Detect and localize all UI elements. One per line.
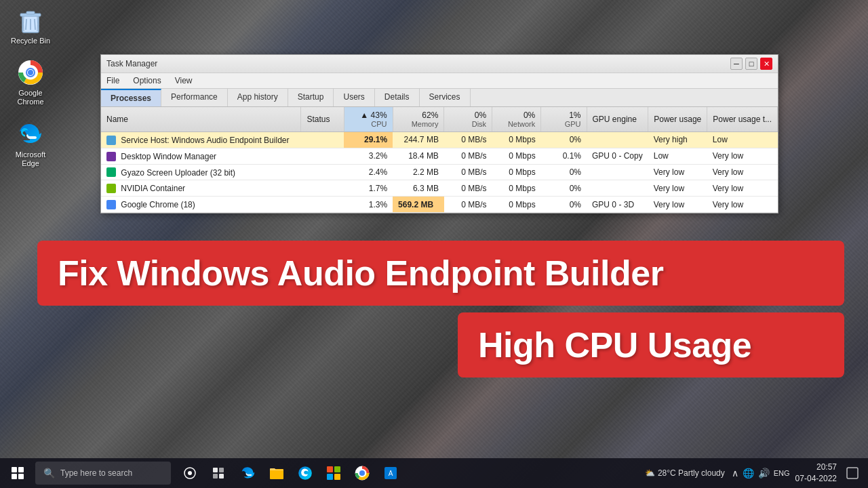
network-icon[interactable]: 🌐 <box>743 468 754 479</box>
col-header-status[interactable]: Status <box>301 107 344 132</box>
taskbar-app6-icon[interactable]: A <box>377 458 404 488</box>
svg-point-9 <box>28 70 33 75</box>
process-power-cell: Very low <box>648 197 707 213</box>
task-manager-content: Name Status ▲ 43% CPU 62% Memory <box>101 107 778 213</box>
taskbar-store-icon[interactable] <box>320 458 347 488</box>
maximize-button[interactable]: □ <box>745 58 757 70</box>
col-header-power-trend[interactable]: Power usage t... <box>707 107 778 132</box>
svg-rect-13 <box>18 474 24 479</box>
process-power-trend-cell: Very low <box>707 180 778 197</box>
process-gpu-engine-cell <box>587 164 648 180</box>
minimize-button[interactable]: ─ <box>730 58 743 70</box>
svg-point-21 <box>298 466 312 480</box>
weather-icon: ⛅ <box>645 468 655 478</box>
taskbar-pinned-apps: A <box>235 458 404 488</box>
clock-date: 07-04-2022 <box>795 473 837 485</box>
svg-line-3 <box>26 19 26 30</box>
taskbar: 🔍 Type here to search <box>0 458 868 488</box>
tab-services[interactable]: Services <box>420 89 471 106</box>
process-memory-cell: 18.4 MB <box>393 148 444 164</box>
start-button[interactable] <box>3 458 33 488</box>
desktop-icons: Recycle Bin Google Chrome <box>7 7 54 168</box>
table-row[interactable]: NVIDIA Container 1.7% 6.3 MB 0 MB/s 0 Mb… <box>101 180 778 197</box>
table-row[interactable]: Service Host: Windows Audio Endpoint Bui… <box>101 132 778 148</box>
col-header-disk[interactable]: 0% Disk <box>444 107 492 132</box>
system-clock[interactable]: 20:57 07-04-2022 <box>793 462 840 485</box>
systray-icons-group: ∧ 🌐 🔊 ENG <box>732 468 790 479</box>
menu-view[interactable]: View <box>172 75 195 87</box>
task-manager-window: Task Manager ─ □ ✕ File Options View Pro… <box>100 54 778 214</box>
process-network-cell: 0 Mbps <box>492 164 541 180</box>
tab-processes[interactable]: Processes <box>101 89 161 106</box>
chevron-up-icon[interactable]: ∧ <box>732 468 738 479</box>
process-gpu-cell: 0% <box>541 132 587 148</box>
col-header-gpu-engine[interactable]: GPU engine <box>587 107 648 132</box>
process-gpu-engine-cell <box>587 180 648 197</box>
svg-rect-17 <box>219 468 224 472</box>
menu-file[interactable]: File <box>104 75 122 87</box>
taskbar-file-explorer-icon[interactable] <box>263 458 290 488</box>
col-header-gpu[interactable]: 1% GPU <box>541 107 587 132</box>
process-cpu-cell: 3.2% <box>344 148 393 164</box>
process-memory-cell: 244.7 MB <box>393 132 444 148</box>
col-header-memory[interactable]: 62% Memory <box>393 107 444 132</box>
process-power-trend-cell: Very low <box>707 164 778 180</box>
svg-rect-18 <box>213 474 218 479</box>
col-header-power[interactable]: Power usage <box>648 107 707 132</box>
taskbar-chrome-icon[interactable] <box>349 458 376 488</box>
process-memory-cell: 6.3 MB <box>393 180 444 197</box>
col-header-name[interactable]: Name <box>101 107 301 132</box>
widgets-button[interactable] <box>205 458 232 488</box>
tab-performance[interactable]: Performance <box>161 89 228 106</box>
svg-line-5 <box>35 19 35 30</box>
process-network-cell: 0 Mbps <box>492 148 541 164</box>
table-row[interactable]: Gyazo Screen Uploader (32 bit) 2.4% 2.2 … <box>101 164 778 180</box>
microsoft-edge-icon[interactable]: Microsoft Edge <box>7 121 54 168</box>
process-status-cell <box>301 148 344 164</box>
col-header-network[interactable]: 0% Network <box>492 107 541 132</box>
notification-button[interactable] <box>842 458 863 488</box>
taskbar-edge2-icon[interactable] <box>292 458 319 488</box>
window-controls: ─ □ ✕ <box>730 58 772 70</box>
process-disk-cell: 0 MB/s <box>444 132 492 148</box>
menu-options[interactable]: Options <box>130 75 163 87</box>
table-row[interactable]: Google Chrome (18) 1.3% 569.2 MB 0 MB/s … <box>101 197 778 213</box>
recycle-bin-icon[interactable]: Recycle Bin <box>7 7 54 45</box>
process-power-trend-cell: Low <box>707 132 778 148</box>
process-disk-cell: 0 MB/s <box>444 180 492 197</box>
svg-rect-12 <box>12 474 17 479</box>
svg-point-15 <box>188 471 192 475</box>
tab-startup[interactable]: Startup <box>288 89 334 106</box>
process-disk-cell: 0 MB/s <box>444 197 492 213</box>
weather-widget[interactable]: ⛅ 28°C Partly cloudy <box>641 468 729 478</box>
process-name-cell: Service Host: Windows Audio Endpoint Bui… <box>101 132 301 148</box>
process-gpu-cell: 0.1% <box>541 148 587 164</box>
google-chrome-icon[interactable]: Google Chrome <box>7 59 54 106</box>
search-bar[interactable]: 🔍 Type here to search <box>35 462 171 485</box>
task-manager-titlebar: Task Manager ─ □ ✕ <box>101 55 778 73</box>
col-header-cpu[interactable]: ▲ 43% CPU <box>344 107 393 132</box>
process-power-cell: Very high <box>648 132 707 148</box>
language-icon[interactable]: ENG <box>774 469 790 477</box>
svg-rect-10 <box>12 467 17 472</box>
process-power-cell: Very low <box>648 180 707 197</box>
table-row[interactable]: Desktop Window Manager 3.2% 18.4 MB 0 MB… <box>101 148 778 164</box>
process-cpu-cell: 1.7% <box>344 180 393 197</box>
svg-rect-25 <box>334 474 340 480</box>
process-gpu-engine-cell: GPU 0 - Copy <box>587 148 648 164</box>
google-chrome-label: Google Chrome <box>7 89 54 106</box>
banner-bottom: High CPU Usage <box>458 312 844 378</box>
process-status-cell <box>301 164 344 180</box>
task-view-button[interactable] <box>176 458 203 488</box>
taskbar-edge-icon[interactable] <box>235 458 262 488</box>
tab-app-history[interactable]: App history <box>228 89 288 106</box>
close-button[interactable]: ✕ <box>760 58 772 70</box>
tab-details[interactable]: Details <box>375 89 420 106</box>
process-status-cell <box>301 180 344 197</box>
clock-time: 20:57 <box>795 462 837 473</box>
svg-rect-22 <box>327 466 333 472</box>
tab-users[interactable]: Users <box>334 89 374 106</box>
volume-icon[interactable]: 🔊 <box>758 468 770 479</box>
svg-rect-11 <box>18 467 24 472</box>
process-gpu-cell: 0% <box>541 180 587 197</box>
